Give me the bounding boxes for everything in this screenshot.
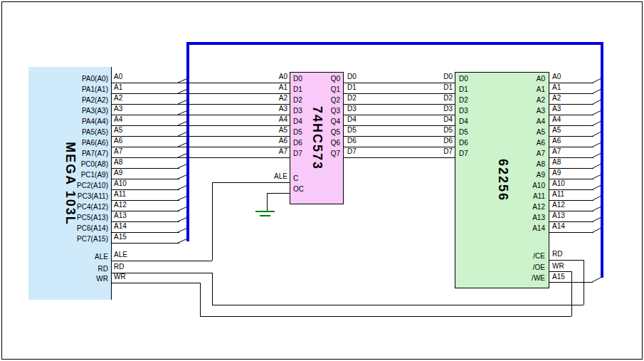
net-wire-A4 bbox=[112, 125, 290, 126]
pin-sram-A7: A7 bbox=[481, 150, 545, 157]
pin-mega-PC3(A11): PC3(A11) bbox=[44, 193, 108, 200]
net-label-D4-sram-in: D4 bbox=[389, 116, 453, 123]
net-wire-A3 bbox=[112, 115, 290, 115]
net-label-A1-sram-out: A1 bbox=[552, 84, 561, 91]
pin-sram-A9: A9 bbox=[481, 172, 545, 179]
pin-latch-Q0: Q0 bbox=[276, 75, 340, 83]
net-label-A11-mega: A11 bbox=[114, 191, 126, 198]
net-label-D5-sram-in: D5 bbox=[389, 127, 453, 134]
net-label-A9-sram-out: A9 bbox=[552, 169, 561, 177]
net-label-D0-latch-out: D0 bbox=[347, 73, 357, 80]
pin-sram-A11: A11 bbox=[481, 193, 545, 200]
net-label-A13-mega: A13 bbox=[114, 212, 127, 219]
net-label-D7-latch-out: D7 bbox=[347, 148, 357, 155]
net-label-A13-sram-out: A13 bbox=[552, 212, 565, 219]
net-label-A10-sram-out: A10 bbox=[552, 180, 565, 187]
net-label-A4-sram-out: A4 bbox=[552, 116, 561, 123]
net-wire-ale bbox=[112, 261, 212, 261]
net-wire-A2 bbox=[112, 104, 290, 105]
bus-entry bbox=[592, 277, 602, 282]
pin-mega-PA4(A4): PA4(A4) bbox=[44, 118, 108, 125]
net-label-A2-sram-out: A2 bbox=[552, 95, 561, 102]
net-label-D1-sram-in: D1 bbox=[389, 84, 453, 91]
net-label-A8-mega: A8 bbox=[114, 159, 122, 166]
ground-symbol-bar2 bbox=[260, 215, 270, 216]
net-wire-A0 bbox=[112, 83, 290, 83]
net-wire-A7 bbox=[112, 157, 290, 158]
pin-mega-RD: RD bbox=[44, 266, 108, 273]
net-label-wr-mega: WR bbox=[114, 273, 126, 281]
net-label-A0-sram-out: A0 bbox=[552, 73, 561, 80]
net-label-ALE-latch-in: ALE bbox=[223, 173, 287, 180]
net-wire-a15-we bbox=[549, 282, 593, 283]
pin-sram-CE: /CE bbox=[481, 253, 545, 260]
schematic-canvas: MEGA 103L 74HC573 62256 A0A1A2A3A4A5A6A7… bbox=[0, 0, 644, 361]
net-wire-A14-sram bbox=[549, 232, 593, 233]
net-label-A11-sram-out: A11 bbox=[552, 191, 564, 198]
pin-latch-C: C bbox=[293, 175, 298, 182]
net-wire-A6 bbox=[112, 147, 290, 147]
net-label-A0-mega: A0 bbox=[114, 73, 122, 80]
net-label-ale-mega: ALE bbox=[114, 251, 127, 258]
net-wire-D7 bbox=[344, 157, 455, 158]
pin-sram-D4: D4 bbox=[459, 118, 468, 125]
bus-right-vertical bbox=[601, 42, 603, 278]
net-label-A7-mega: A7 bbox=[114, 148, 122, 155]
net-wire-D1 bbox=[344, 93, 455, 94]
pin-sram-A14: A14 bbox=[481, 225, 545, 232]
net-wire-D4 bbox=[344, 125, 455, 126]
net-wire-D0 bbox=[344, 83, 455, 83]
net-label-A1-mega: A1 bbox=[114, 84, 122, 91]
net-label-rd-mega: RD bbox=[114, 263, 124, 271]
net-label-D6-sram-in: D6 bbox=[389, 137, 453, 145]
net-label-A14-mega: A14 bbox=[114, 223, 127, 230]
net-wire-ale-riser bbox=[212, 182, 213, 261]
net-label-D7-sram-in: D7 bbox=[389, 148, 453, 155]
pin-sram-A0: A0 bbox=[481, 75, 545, 83]
pin-mega-PC2(A10): PC2(A10) bbox=[44, 182, 108, 189]
net-wire-wr-drop bbox=[200, 283, 201, 316]
pin-mega-PC0(A8): PC0(A8) bbox=[44, 161, 108, 168]
pin-latch-Q6: Q6 bbox=[276, 140, 340, 147]
pin-sram-OE: /OE bbox=[481, 264, 545, 271]
net-wire-rd-drop bbox=[212, 273, 213, 305]
pin-sram-A13: A13 bbox=[481, 214, 545, 221]
net-label-A2-mega: A2 bbox=[114, 95, 122, 102]
pin-sram-A2: A2 bbox=[481, 97, 545, 104]
pin-mega-PA2(A2): PA2(A2) bbox=[44, 97, 108, 104]
pin-sram-A3: A3 bbox=[481, 108, 545, 115]
pin-sram-D0: D0 bbox=[459, 75, 468, 83]
net-label-D2-sram-in: D2 bbox=[389, 95, 453, 102]
net-label-A12-sram-out: A12 bbox=[552, 202, 565, 209]
net-label-wr-sram-out: WR bbox=[552, 263, 564, 270]
net-label-D0-sram-in: D0 bbox=[389, 73, 453, 80]
pin-latch-Q2: Q2 bbox=[276, 97, 340, 104]
bus-left-vertical bbox=[186, 42, 189, 241]
pin-sram-A12: A12 bbox=[481, 204, 545, 211]
pin-sram-WE: /WE bbox=[481, 275, 545, 282]
pin-sram-A1: A1 bbox=[481, 86, 545, 93]
pin-mega-PA1(A1): PA1(A1) bbox=[44, 86, 108, 93]
net-wire-D6 bbox=[344, 147, 455, 147]
net-label-D3-latch-out: D3 bbox=[347, 105, 357, 113]
pin-mega-WR: WR bbox=[44, 276, 108, 283]
net-wire-D3 bbox=[344, 115, 455, 115]
net-wire-ale-to-c bbox=[212, 182, 290, 183]
net-label-A10-mega: A10 bbox=[114, 180, 127, 187]
net-label-A8-sram-out: A8 bbox=[552, 159, 561, 166]
net-label-D6-latch-out: D6 bbox=[347, 137, 357, 145]
pin-latch-Q7: Q7 bbox=[276, 150, 340, 157]
pin-mega-PA7(A7): PA7(A7) bbox=[44, 150, 108, 157]
pin-mega-PA6(A6): PA6(A6) bbox=[44, 140, 108, 147]
bus-top-horizontal bbox=[186, 42, 603, 45]
net-label-D3-sram-in: D3 bbox=[389, 105, 453, 113]
net-label-A12-mega: A12 bbox=[114, 202, 127, 209]
net-wire-A15 bbox=[112, 243, 179, 244]
net-label-A5-mega: A5 bbox=[114, 127, 122, 134]
pin-mega-PC6(A14): PC6(A14) bbox=[44, 225, 108, 232]
net-label-A7-sram-out: A7 bbox=[552, 148, 561, 155]
net-wire-A5 bbox=[112, 136, 290, 137]
pin-mega-PC5(A13): PC5(A13) bbox=[44, 214, 108, 221]
net-wire-wr-to-oe bbox=[549, 271, 571, 272]
net-wire-wr-bottom bbox=[200, 316, 571, 317]
